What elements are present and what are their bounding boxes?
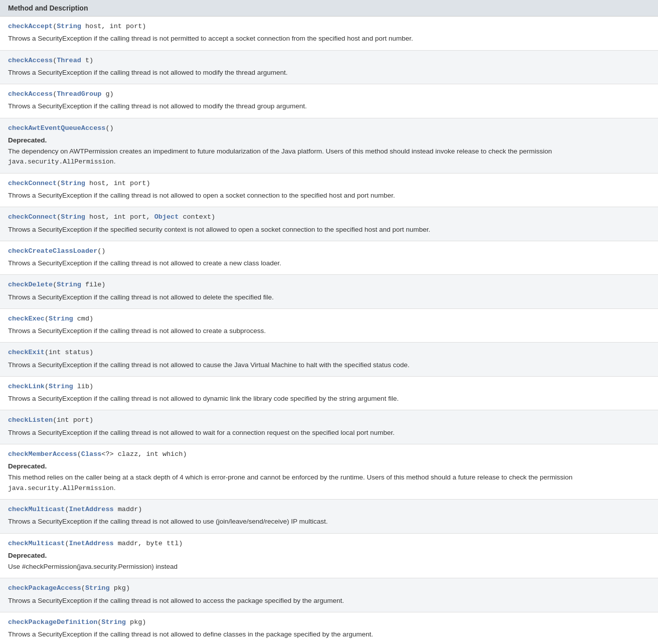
method-signature: checkExit(int status): [8, 348, 650, 358]
method-description: Throws a SecurityException if the callin…: [8, 34, 650, 44]
table-row: checkPackageAccess(String pkg) Throws a …: [0, 578, 658, 612]
method-description: Throws a SecurityException if the callin…: [8, 629, 650, 639]
method-signature: checkAccess(ThreadGroup g): [8, 89, 650, 99]
table-row: checkAccess(ThreadGroup g) Throws a Secu…: [0, 84, 658, 118]
table-row: checkDelete(String file) Throws a Securi…: [0, 275, 658, 309]
method-signature: checkCreateClassLoader(): [8, 246, 650, 256]
method-description: Use #checkPermission(java.security.Permi…: [8, 562, 650, 572]
method-signature: checkExec(String cmd): [8, 314, 650, 324]
table-row: checkListen(int port) Throws a SecurityE…: [0, 410, 658, 444]
method-description: Throws a SecurityException if the callin…: [8, 292, 650, 302]
method-signature: checkConnect(String host, int port, Obje…: [8, 212, 650, 222]
table-row: checkPackageDefinition(String pkg) Throw…: [0, 612, 658, 644]
method-description: Throws a SecurityException if the callin…: [8, 394, 650, 404]
table-row: checkMulticast(InetAddress maddr, byte t…: [0, 534, 658, 579]
method-description: The dependency on AWTPermission creates …: [8, 146, 650, 167]
deprecated-label: Deprecated.: [8, 135, 650, 145]
method-description: Throws a SecurityException if the callin…: [8, 258, 650, 268]
deprecated-label: Deprecated.: [8, 551, 650, 561]
method-signature: checkListen(int port): [8, 415, 650, 425]
method-description: Throws a SecurityException if the callin…: [8, 191, 650, 201]
method-signature: checkAccept(String host, int port): [8, 22, 650, 32]
method-description: Throws a SecurityException if the callin…: [8, 428, 650, 438]
table-row: checkMulticast(InetAddress maddr) Throws…: [0, 500, 658, 534]
method-signature: checkMulticast(InetAddress maddr, byte t…: [8, 539, 650, 549]
method-description: Throws a SecurityException if the callin…: [8, 517, 650, 527]
table-row: checkAwtEventQueueAccess() Deprecated. T…: [0, 118, 658, 174]
method-signature: checkMemberAccess(Class<?> clazz, int wh…: [8, 449, 650, 459]
table-row: checkMemberAccess(Class<?> clazz, int wh…: [0, 444, 658, 500]
method-description: Throws a SecurityException if the callin…: [8, 360, 650, 370]
method-signature: checkAccess(Thread t): [8, 56, 650, 66]
table-header: Method and Description: [0, 0, 658, 17]
method-signature: checkPackageDefinition(String pkg): [8, 617, 650, 627]
method-description: Throws a SecurityException if the callin…: [8, 101, 650, 111]
header-method-description: Method and Description: [8, 4, 88, 12]
table-row: checkExit(int status) Throws a SecurityE…: [0, 343, 658, 377]
table-row: checkAccess(Thread t) Throws a SecurityE…: [0, 51, 658, 85]
deprecated-label: Deprecated.: [8, 461, 650, 471]
method-description: This method relies on the caller being a…: [8, 472, 650, 493]
method-description: Throws a SecurityException if the callin…: [8, 326, 650, 336]
method-signature: checkDelete(String file): [8, 280, 650, 290]
method-signature: checkLink(String lib): [8, 382, 650, 392]
table-row: checkAccept(String host, int port) Throw…: [0, 17, 658, 51]
method-description: Throws a SecurityException if the callin…: [8, 68, 650, 78]
method-signature: checkPackageAccess(String pkg): [8, 583, 650, 593]
table-row: checkExec(String cmd) Throws a SecurityE…: [0, 309, 658, 343]
method-signature: checkAwtEventQueueAccess(): [8, 123, 650, 133]
methods-table: Method and Description checkAccept(Strin…: [0, 0, 658, 644]
method-description: Throws a SecurityException if the callin…: [8, 596, 650, 606]
table-row: checkConnect(String host, int port, Obje…: [0, 207, 658, 241]
method-signature: checkMulticast(InetAddress maddr): [8, 505, 650, 515]
table-row: checkCreateClassLoader() Throws a Securi…: [0, 241, 658, 275]
method-signature: checkConnect(String host, int port): [8, 179, 650, 189]
method-description: Throws a SecurityException if the specif…: [8, 225, 650, 235]
table-row: checkLink(String lib) Throws a SecurityE…: [0, 377, 658, 411]
table-row: checkConnect(String host, int port) Thro…: [0, 174, 658, 208]
